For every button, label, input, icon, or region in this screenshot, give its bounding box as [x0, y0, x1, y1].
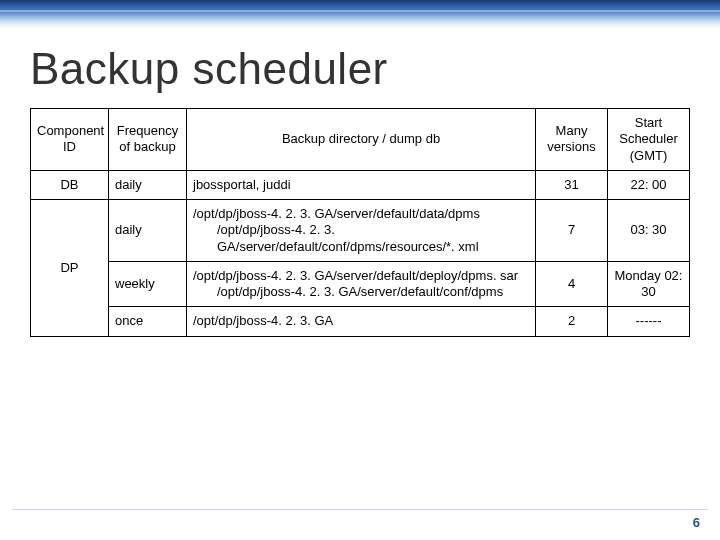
cell-frequency: daily	[109, 200, 187, 262]
bottom-rule	[12, 509, 708, 510]
cell-directory: /opt/dp/jboss-4. 2. 3. GA/server/default…	[187, 261, 536, 307]
table-row: weekly /opt/dp/jboss-4. 2. 3. GA/server/…	[31, 261, 690, 307]
cell-frequency: weekly	[109, 261, 187, 307]
cell-directory: /opt/dp/jboss-4. 2. 3. GA	[187, 307, 536, 336]
directory-text: /opt/dp/jboss-4. 2. 3. GA/server/default…	[193, 206, 529, 255]
slide-title: Backup scheduler	[30, 44, 690, 94]
cell-frequency: once	[109, 307, 187, 336]
cell-many-versions: 2	[536, 307, 608, 336]
cell-start: ------	[608, 307, 690, 336]
directory-text: /opt/dp/jboss-4. 2. 3. GA/server/default…	[193, 268, 529, 301]
backup-table: Component ID Frequency of backup Backup …	[30, 108, 690, 337]
col-many-versions: Many versions	[536, 109, 608, 171]
cell-directory: jbossportal, juddi	[187, 170, 536, 199]
table-row: DP daily /opt/dp/jboss-4. 2. 3. GA/serve…	[31, 200, 690, 262]
col-directory: Backup directory / dump db	[187, 109, 536, 171]
page-number: 6	[693, 515, 700, 530]
table-row: once /opt/dp/jboss-4. 2. 3. GA 2 ------	[31, 307, 690, 336]
slide-top-banner	[0, 0, 720, 28]
cell-many-versions: 4	[536, 261, 608, 307]
cell-component-id: DP	[31, 200, 109, 337]
cell-start: 03: 30	[608, 200, 690, 262]
table-row: DB daily jbossportal, juddi 31 22: 00	[31, 170, 690, 199]
cell-directory: /opt/dp/jboss-4. 2. 3. GA/server/default…	[187, 200, 536, 262]
cell-component-id: DB	[31, 170, 109, 199]
cell-many-versions: 7	[536, 200, 608, 262]
table-header-row: Component ID Frequency of backup Backup …	[31, 109, 690, 171]
cell-start: 22: 00	[608, 170, 690, 199]
cell-frequency: daily	[109, 170, 187, 199]
col-start-scheduler: Start Scheduler (GMT)	[608, 109, 690, 171]
slide-body: Backup scheduler Component ID Frequency …	[0, 28, 720, 540]
col-frequency: Frequency of backup	[109, 109, 187, 171]
cell-start: Monday 02: 30	[608, 261, 690, 307]
col-component-id: Component ID	[31, 109, 109, 171]
cell-many-versions: 31	[536, 170, 608, 199]
